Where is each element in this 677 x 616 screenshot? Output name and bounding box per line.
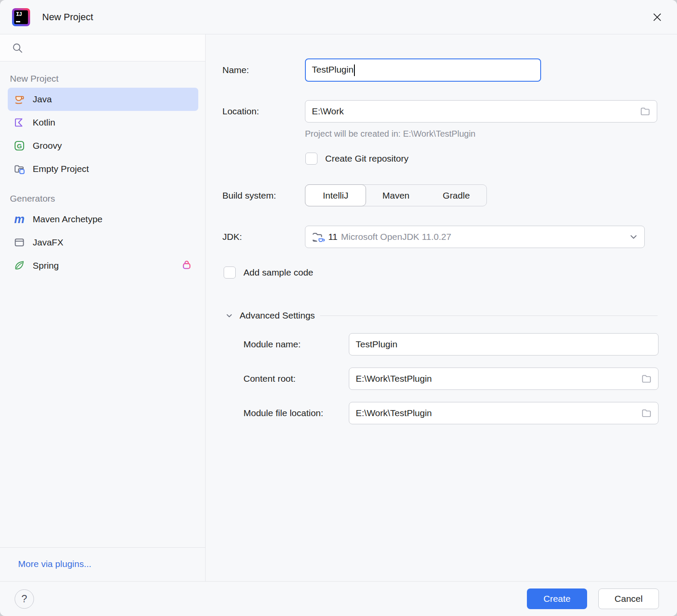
divider — [320, 316, 658, 316]
advanced-settings-toggle[interactable]: Advanced Settings — [224, 309, 658, 322]
groovy-icon: G — [13, 140, 25, 152]
text-caret — [354, 64, 355, 76]
help-button[interactable]: ? — [15, 589, 34, 609]
jdk-name: Microsoft OpenJDK 11.0.27 — [341, 232, 628, 242]
create-git-checkbox[interactable] — [305, 153, 317, 165]
chevron-down-icon — [224, 310, 234, 321]
sidebar-item-spring[interactable]: Spring — [8, 254, 198, 277]
module-name-label: Module name: — [243, 339, 349, 349]
build-option-intellij[interactable]: IntelliJ — [305, 184, 366, 206]
module-file-location-label: Module file location: — [243, 408, 349, 418]
cancel-button[interactable]: Cancel — [598, 588, 659, 609]
close-button[interactable] — [649, 9, 666, 26]
location-label: Location: — [222, 106, 305, 116]
browse-folder-icon[interactable] — [641, 373, 652, 384]
javafx-window-icon — [13, 236, 25, 248]
sidebar-item-label: Maven Archetype — [33, 214, 192, 224]
kotlin-icon — [13, 116, 25, 129]
intellij-logo-icon: IJ — [12, 8, 30, 26]
sidebar-item-groovy[interactable]: G Groovy — [8, 134, 198, 157]
module-file-location-input[interactable]: E:\Work\TestPlugin — [349, 402, 659, 424]
sidebar-nav: New Project Java Kotlin G — [0, 61, 205, 547]
sidebar-item-label: Java — [33, 94, 192, 104]
create-button[interactable]: Create — [527, 588, 587, 609]
svg-text:G: G — [17, 142, 22, 150]
name-label: Name: — [222, 65, 305, 75]
content-root-input[interactable]: E:\Work\TestPlugin — [349, 368, 659, 390]
search-input[interactable] — [0, 34, 205, 61]
sidebar-item-maven-archetype[interactable]: m Maven Archetype — [8, 208, 198, 231]
sidebar-item-label: Kotlin — [33, 117, 192, 128]
module-name-input[interactable]: TestPlugin — [349, 333, 659, 356]
question-mark-icon: ? — [22, 593, 27, 605]
jdk-version: 11 — [328, 232, 338, 242]
location-hint: Project will be created in: E:\Work\Test… — [305, 129, 475, 139]
dialog-footer: ? Create Cancel — [0, 581, 677, 616]
sidebar-item-java[interactable]: Java — [8, 88, 198, 111]
section-header-generators: Generators — [10, 193, 205, 204]
create-git-label: Create Git repository — [325, 153, 409, 164]
browse-folder-icon[interactable] — [641, 408, 652, 419]
sidebar-item-label: Empty Project — [33, 164, 192, 174]
build-system-label: Build system: — [222, 190, 305, 201]
section-header-new-project: New Project — [10, 74, 205, 84]
chevron-down-icon — [628, 231, 639, 242]
jdk-dropdown[interactable]: 11 Microsoft OpenJDK 11.0.27 — [305, 226, 645, 248]
new-project-dialog: IJ New Project New Project Java — [0, 0, 677, 616]
advanced-settings-title: Advanced Settings — [240, 310, 315, 321]
name-input[interactable]: TestPlugin — [305, 58, 541, 82]
new-project-form: Name: TestPlugin Location: E:\Work Proje… — [206, 34, 677, 581]
sidebar-item-empty-project[interactable]: Empty Project — [8, 157, 198, 181]
java-cup-icon — [13, 93, 25, 105]
build-option-gradle[interactable]: Gradle — [426, 185, 486, 206]
jdk-folder-cup-icon — [311, 230, 324, 243]
sidebar-item-label: Groovy — [33, 141, 192, 151]
more-plugins-box: More via plugins... — [0, 547, 205, 581]
maven-m-icon: m — [13, 213, 25, 225]
spring-leaf-icon — [13, 260, 25, 272]
location-input[interactable]: E:\Work — [305, 100, 657, 123]
add-sample-code-label: Add sample code — [243, 267, 313, 278]
empty-project-folder-icon — [13, 163, 25, 175]
close-icon — [651, 11, 664, 24]
sidebar-item-label: Spring — [33, 260, 174, 271]
dialog-title: New Project — [42, 12, 93, 23]
title-bar: IJ New Project — [0, 0, 677, 34]
jdk-label: JDK: — [222, 232, 305, 242]
sidebar-item-kotlin[interactable]: Kotlin — [8, 111, 198, 134]
build-option-maven[interactable]: Maven — [366, 185, 426, 206]
build-system-switcher: IntelliJ Maven Gradle — [305, 184, 487, 206]
more-via-plugins-link[interactable]: More via plugins... — [18, 559, 91, 569]
browse-folder-icon[interactable] — [640, 106, 651, 117]
sidebar-item-label: JavaFX — [33, 237, 192, 248]
content-root-label: Content root: — [243, 374, 349, 384]
add-sample-code-checkbox[interactable] — [224, 267, 236, 279]
lock-icon — [181, 259, 192, 273]
generators-sidebar: New Project Java Kotlin G — [0, 34, 206, 581]
sidebar-item-javafx[interactable]: JavaFX — [8, 231, 198, 254]
search-icon — [12, 42, 23, 54]
